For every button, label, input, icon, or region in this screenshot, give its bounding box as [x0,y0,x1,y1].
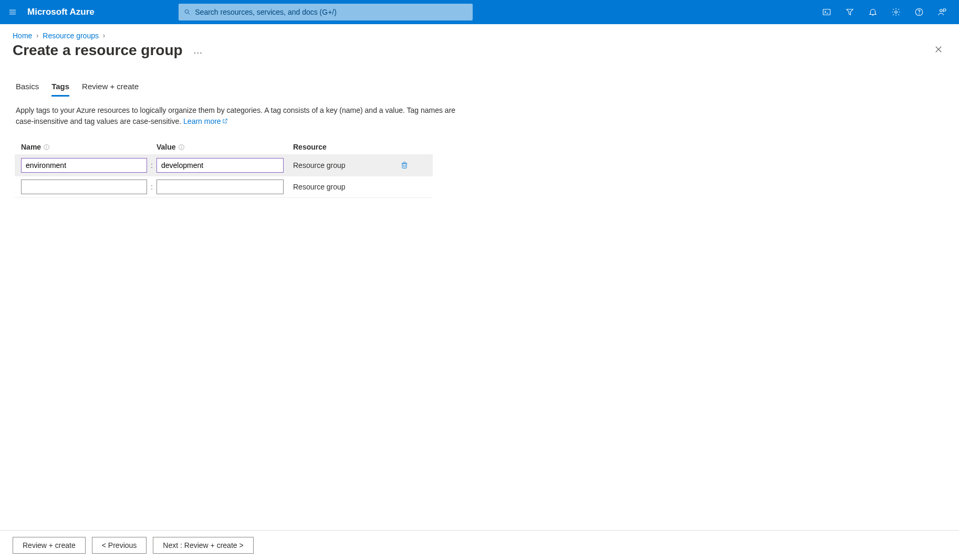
tab-basics[interactable]: Basics [16,82,39,97]
search-icon [184,8,191,16]
trash-icon [400,161,409,170]
tag-resource-label: Resource group [284,161,389,170]
tag-row: : Resource group [15,176,433,197]
more-actions-button[interactable]: … [193,45,203,56]
feedback-button[interactable] [931,0,954,24]
cloud-shell-icon [822,7,831,17]
tags-table: Name Value Resource : Resource group : R… [15,140,433,197]
close-icon [934,45,943,54]
delete-tag-button[interactable] [389,161,420,170]
colon-separator: : [147,183,157,191]
topbar-right-icons [815,0,959,24]
tag-resource-label: Resource group [284,183,389,191]
page-title-row: Create a resource group … [0,40,959,69]
col-resource-header: Resource [284,143,389,151]
previous-button[interactable]: < Previous [92,537,147,554]
tabs: Basics Tags Review + create [0,82,959,97]
help-button[interactable] [908,0,931,24]
svg-rect-22 [402,164,406,168]
tag-value-input[interactable] [157,158,284,173]
svg-marker-7 [847,9,853,15]
tab-description: Apply tags to your Azure resources to lo… [0,97,473,127]
wizard-footer: Review + create < Previous Next : Review… [0,530,959,560]
learn-more-link[interactable]: Learn more [183,117,228,125]
hamburger-icon [8,7,17,17]
gear-icon [891,7,901,17]
directory-filter-button[interactable] [838,0,861,24]
col-name-header: Name [21,143,147,151]
top-bar: Microsoft Azure [0,0,959,24]
breadcrumb-home[interactable]: Home [13,31,32,40]
tab-review-create[interactable]: Review + create [82,82,139,97]
svg-point-18 [46,145,47,146]
tags-table-header: Name Value Resource [15,140,433,154]
close-button[interactable] [934,45,943,57]
svg-point-9 [895,11,898,14]
chevron-right-icon: › [36,32,38,39]
info-icon[interactable] [43,144,50,151]
global-search[interactable] [179,4,473,20]
notifications-button[interactable] [861,0,884,24]
description-text: Apply tags to your Azure resources to lo… [16,106,455,125]
svg-rect-5 [823,9,830,15]
svg-point-3 [185,10,189,14]
svg-line-15 [224,119,227,122]
breadcrumb: Home › Resource groups › [0,24,959,40]
col-value-header: Value [157,143,284,151]
tag-value-input[interactable] [157,179,284,194]
svg-point-11 [919,14,920,14]
tag-row: : Resource group [15,154,433,176]
filter-icon [845,7,854,17]
chevron-right-icon: › [103,32,105,39]
svg-point-12 [940,9,943,12]
hamburger-menu-button[interactable] [0,0,25,24]
page-title: Create a resource group [13,42,183,59]
review-create-button[interactable]: Review + create [13,537,86,554]
svg-point-21 [181,145,182,146]
global-search-input[interactable] [195,8,467,16]
tag-name-input[interactable] [21,158,147,173]
help-icon [914,7,924,17]
person-feedback-icon [937,7,947,17]
cloud-shell-button[interactable] [815,0,838,24]
colon-separator: : [147,161,157,170]
next-button[interactable]: Next : Review + create > [153,537,253,554]
info-icon[interactable] [178,144,185,151]
brand-label[interactable]: Microsoft Azure [27,7,95,17]
bell-icon [868,7,878,17]
external-link-icon [222,118,228,124]
settings-button[interactable] [884,0,908,24]
breadcrumb-resource-groups[interactable]: Resource groups [43,31,99,40]
tab-tags[interactable]: Tags [51,82,69,97]
tag-name-input[interactable] [21,179,147,194]
svg-line-4 [188,13,190,15]
